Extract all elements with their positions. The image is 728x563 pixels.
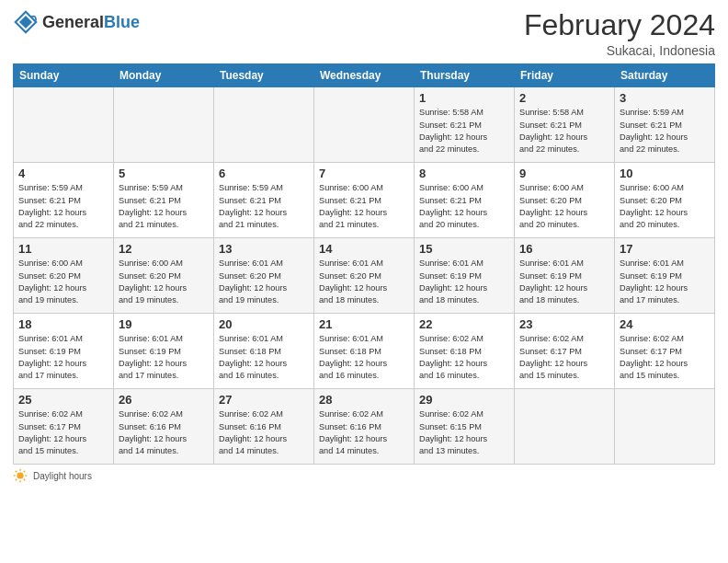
day-info: Sunrise: 6:02 AMSunset: 6:16 PMDaylight:… bbox=[319, 408, 409, 457]
day-info: Sunrise: 6:01 AMSunset: 6:19 PMDaylight:… bbox=[620, 258, 710, 306]
calendar-day-cell: 4Sunrise: 5:59 AMSunset: 6:21 PMDaylight… bbox=[14, 163, 114, 238]
day-info: Sunrise: 6:02 AMSunset: 6:16 PMDaylight:… bbox=[119, 408, 209, 457]
logo-general: General bbox=[42, 13, 104, 32]
day-number: 27 bbox=[219, 393, 309, 407]
day-number: 2 bbox=[519, 91, 609, 105]
day-number: 12 bbox=[119, 242, 209, 256]
logo-text: General Blue bbox=[42, 13, 140, 32]
day-number: 9 bbox=[519, 167, 609, 180]
calendar-day-header: Monday bbox=[114, 64, 214, 87]
calendar-empty-cell bbox=[615, 389, 715, 465]
day-info: Sunrise: 5:59 AMSunset: 6:21 PMDaylight:… bbox=[119, 182, 209, 231]
svg-line-10 bbox=[16, 479, 17, 480]
calendar-day-header: Tuesday bbox=[214, 64, 314, 87]
calendar-day-cell: 27Sunrise: 6:02 AMSunset: 6:16 PMDayligh… bbox=[214, 389, 314, 465]
logo-icon bbox=[13, 9, 39, 35]
calendar-day-header: Friday bbox=[515, 64, 615, 87]
calendar-day-cell: 25Sunrise: 6:02 AMSunset: 6:17 PMDayligh… bbox=[14, 389, 114, 465]
day-info: Sunrise: 6:01 AMSunset: 6:19 PMDaylight:… bbox=[519, 258, 609, 306]
day-info: Sunrise: 6:00 AMSunset: 6:20 PMDaylight:… bbox=[620, 182, 710, 231]
calendar-empty-cell bbox=[314, 87, 415, 163]
main-container: General Blue February 2024 Sukacai, Indo… bbox=[0, 0, 728, 488]
logo-blue: Blue bbox=[104, 13, 140, 32]
calendar-empty-cell bbox=[114, 87, 214, 163]
calendar-day-cell: 29Sunrise: 6:02 AMSunset: 6:15 PMDayligh… bbox=[415, 389, 515, 465]
calendar-header-row: SundayMondayTuesdayWednesdayThursdayFrid… bbox=[14, 64, 715, 87]
day-number: 22 bbox=[419, 317, 509, 331]
calendar-week-row: 11Sunrise: 6:00 AMSunset: 6:20 PMDayligh… bbox=[14, 238, 715, 314]
day-number: 4 bbox=[18, 167, 108, 180]
calendar-day-cell: 23Sunrise: 6:02 AMSunset: 6:17 PMDayligh… bbox=[515, 314, 615, 389]
calendar-day-cell: 5Sunrise: 5:59 AMSunset: 6:21 PMDaylight… bbox=[114, 163, 214, 238]
calendar-week-row: 18Sunrise: 6:01 AMSunset: 6:19 PMDayligh… bbox=[14, 314, 715, 389]
calendar-day-cell: 11Sunrise: 6:00 AMSunset: 6:20 PMDayligh… bbox=[14, 238, 114, 314]
day-info: Sunrise: 6:02 AMSunset: 6:17 PMDaylight:… bbox=[18, 408, 108, 457]
calendar-day-cell: 10Sunrise: 6:00 AMSunset: 6:20 PMDayligh… bbox=[615, 163, 715, 238]
calendar-day-cell: 2Sunrise: 5:58 AMSunset: 6:21 PMDaylight… bbox=[515, 87, 615, 163]
calendar-day-cell: 21Sunrise: 6:01 AMSunset: 6:18 PMDayligh… bbox=[314, 314, 415, 389]
svg-line-9 bbox=[24, 471, 25, 472]
calendar-day-cell: 17Sunrise: 6:01 AMSunset: 6:19 PMDayligh… bbox=[615, 238, 715, 314]
calendar-day-cell: 14Sunrise: 6:01 AMSunset: 6:20 PMDayligh… bbox=[314, 238, 415, 314]
day-number: 18 bbox=[18, 317, 108, 331]
calendar-day-cell: 22Sunrise: 6:02 AMSunset: 6:18 PMDayligh… bbox=[415, 314, 515, 389]
calendar-day-cell: 15Sunrise: 6:01 AMSunset: 6:19 PMDayligh… bbox=[415, 238, 515, 314]
day-info: Sunrise: 6:01 AMSunset: 6:18 PMDaylight:… bbox=[319, 333, 409, 382]
daylight-label: Daylight hours bbox=[33, 471, 92, 481]
day-number: 8 bbox=[419, 167, 509, 180]
footer: Daylight hours bbox=[13, 468, 715, 483]
day-info: Sunrise: 6:01 AMSunset: 6:19 PMDaylight:… bbox=[18, 333, 108, 382]
calendar-day-cell: 3Sunrise: 5:59 AMSunset: 6:21 PMDaylight… bbox=[615, 87, 715, 163]
day-number: 13 bbox=[219, 242, 309, 256]
day-number: 19 bbox=[119, 317, 209, 331]
day-number: 21 bbox=[319, 317, 409, 331]
day-number: 7 bbox=[319, 167, 409, 180]
day-info: Sunrise: 6:00 AMSunset: 6:21 PMDaylight:… bbox=[419, 182, 509, 231]
day-info: Sunrise: 6:02 AMSunset: 6:15 PMDaylight:… bbox=[419, 408, 509, 457]
day-number: 1 bbox=[419, 91, 509, 105]
day-number: 20 bbox=[219, 317, 309, 331]
day-info: Sunrise: 6:01 AMSunset: 6:19 PMDaylight:… bbox=[119, 333, 209, 382]
calendar-day-cell: 28Sunrise: 6:02 AMSunset: 6:16 PMDayligh… bbox=[314, 389, 415, 465]
day-number: 5 bbox=[119, 167, 209, 180]
day-info: Sunrise: 6:01 AMSunset: 6:18 PMDaylight:… bbox=[219, 333, 309, 382]
day-info: Sunrise: 6:00 AMSunset: 6:20 PMDaylight:… bbox=[519, 182, 609, 231]
day-number: 10 bbox=[620, 167, 710, 180]
calendar-week-row: 25Sunrise: 6:02 AMSunset: 6:17 PMDayligh… bbox=[14, 389, 715, 465]
day-info: Sunrise: 5:59 AMSunset: 6:21 PMDaylight:… bbox=[219, 182, 309, 231]
day-number: 14 bbox=[319, 242, 409, 256]
day-info: Sunrise: 6:00 AMSunset: 6:21 PMDaylight:… bbox=[319, 182, 409, 231]
day-number: 16 bbox=[519, 242, 609, 256]
calendar-day-header: Sunday bbox=[14, 64, 114, 87]
calendar-empty-cell bbox=[214, 87, 314, 163]
calendar-week-row: 4Sunrise: 5:59 AMSunset: 6:21 PMDaylight… bbox=[14, 163, 715, 238]
calendar-day-cell: 26Sunrise: 6:02 AMSunset: 6:16 PMDayligh… bbox=[114, 389, 214, 465]
day-info: Sunrise: 6:00 AMSunset: 6:20 PMDaylight:… bbox=[18, 258, 108, 306]
day-info: Sunrise: 6:02 AMSunset: 6:17 PMDaylight:… bbox=[620, 333, 710, 382]
calendar-day-cell: 24Sunrise: 6:02 AMSunset: 6:17 PMDayligh… bbox=[615, 314, 715, 389]
calendar-day-cell: 12Sunrise: 6:00 AMSunset: 6:20 PMDayligh… bbox=[114, 238, 214, 314]
day-info: Sunrise: 6:00 AMSunset: 6:20 PMDaylight:… bbox=[119, 258, 209, 306]
day-number: 3 bbox=[620, 91, 710, 105]
calendar-day-header: Thursday bbox=[415, 64, 515, 87]
day-number: 29 bbox=[419, 393, 509, 407]
day-number: 6 bbox=[219, 167, 309, 180]
calendar-empty-cell bbox=[14, 87, 114, 163]
calendar-day-header: Saturday bbox=[615, 64, 715, 87]
day-number: 11 bbox=[18, 242, 108, 256]
day-info: Sunrise: 5:58 AMSunset: 6:21 PMDaylight:… bbox=[519, 107, 609, 155]
calendar-empty-cell bbox=[515, 389, 615, 465]
day-number: 24 bbox=[620, 317, 710, 331]
day-info: Sunrise: 6:02 AMSunset: 6:16 PMDaylight:… bbox=[219, 408, 309, 457]
month-title: February 2024 bbox=[524, 9, 715, 41]
svg-line-8 bbox=[24, 479, 25, 480]
day-number: 15 bbox=[419, 242, 509, 256]
sun-icon bbox=[13, 468, 28, 483]
location: Sukacai, Indonesia bbox=[524, 43, 715, 58]
calendar-day-cell: 20Sunrise: 6:01 AMSunset: 6:18 PMDayligh… bbox=[214, 314, 314, 389]
calendar-day-cell: 19Sunrise: 6:01 AMSunset: 6:19 PMDayligh… bbox=[114, 314, 214, 389]
day-info: Sunrise: 6:02 AMSunset: 6:18 PMDaylight:… bbox=[419, 333, 509, 382]
svg-line-7 bbox=[16, 471, 17, 472]
day-number: 26 bbox=[119, 393, 209, 407]
calendar-day-cell: 8Sunrise: 6:00 AMSunset: 6:21 PMDaylight… bbox=[415, 163, 515, 238]
